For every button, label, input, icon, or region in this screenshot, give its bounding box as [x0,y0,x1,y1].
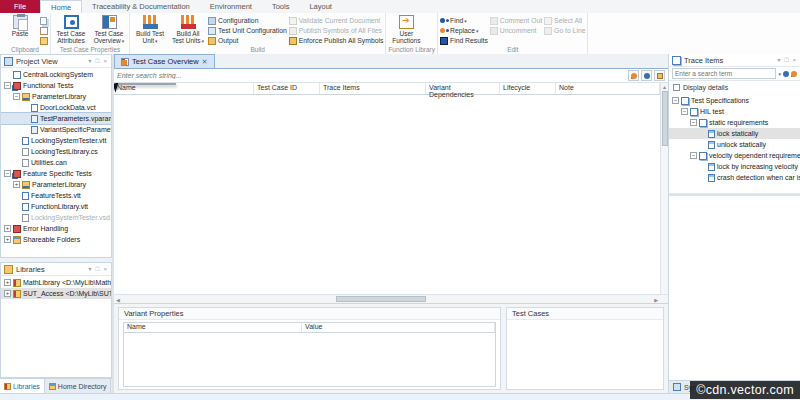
ribbon-tab-traceability-documentation[interactable]: Traceability & Documentation [82,0,200,13]
select-all-button[interactable]: Select All [544,16,585,25]
tree-item-label: HIL test [700,108,724,115]
ribbon-tab-tools[interactable]: Tools [262,0,300,13]
expand-icon[interactable]: + [4,236,11,243]
lib-icon [13,279,21,287]
tab-libraries[interactable]: Libraries [0,379,45,393]
panel-buttons[interactable]: ▾ ⏍ × [89,57,108,65]
tree-item[interactable]: −LockingTestLibrary.cs [1,146,111,157]
output-button[interactable]: Output [208,36,287,45]
col-test-case-id[interactable]: Test Case ID [254,83,320,94]
paste-button[interactable]: Paste [2,14,38,45]
test-case-attributes-button[interactable]: Test Case Attributes [53,14,89,45]
uncomment-button[interactable]: Uncomment [490,26,542,35]
search-up-icon[interactable] [791,71,797,77]
build-all-test-units-button[interactable]: Build All Test Units▾ [170,14,206,45]
expand-icon[interactable]: + [13,181,20,188]
find-results-button[interactable]: Find Results [440,36,488,45]
expand-icon[interactable]: + [4,290,11,297]
configuration-button[interactable]: Configuration [208,16,287,25]
test-unit-configuration-icon [208,27,216,35]
user-functions-button[interactable]: User Functions [388,14,424,45]
tree-item[interactable]: +SUT_Access <D:\MyLib\SUT_Ac... [1,288,111,299]
find-all-button[interactable] [641,70,652,81]
tree-item[interactable]: −unlock statically [669,139,800,150]
collapse-icon[interactable]: − [690,119,697,126]
col-variant-dependencies[interactable]: Variant Dependencies [426,83,500,94]
tree-item[interactable]: −lock statically [669,128,800,139]
tree-item[interactable]: +Error Handling [1,223,111,234]
tree-item[interactable]: −DoorLockData.vct [1,102,111,113]
publish-symbols-button[interactable]: Publish Symbols of All Files [289,26,384,35]
goto-line-button[interactable]: Go to Line [544,26,585,35]
tree-item-label: static requirements [709,119,768,126]
tree-item[interactable]: −ParameterLibrary [1,91,111,102]
search-input[interactable] [117,72,626,79]
tree-item[interactable]: +ParameterLibrary [1,179,111,190]
search-down-icon[interactable] [783,71,789,77]
test-unit-configuration-button[interactable]: Test Unit Configuration [208,26,287,35]
collapse-icon[interactable]: − [690,152,697,159]
collapse-icon[interactable]: − [13,93,20,100]
scrollbar-thumb[interactable] [662,91,668,146]
tree-item[interactable]: −crash detection when car is moving [669,172,800,183]
docb-icon [31,104,38,112]
col-variant-name[interactable]: Name [124,323,302,332]
tree-item[interactable]: −LockingSystemTester.vtt [1,135,111,146]
search-options-button[interactable] [654,70,665,81]
tree-item[interactable]: −VariantSpecificParameter... [1,124,111,135]
copy-button[interactable] [40,16,48,25]
col-variant-value[interactable]: Value [302,323,495,332]
tree-item[interactable]: −LockingSystemTester.vsd [1,212,111,223]
format-painter-button[interactable] [40,36,48,45]
tree-item[interactable]: −TestParameters.vparam [1,113,111,124]
ribbon-tab-file[interactable]: File [0,0,40,13]
tree-item[interactable]: −Test Specifications [669,95,800,106]
tab-test-case-overview[interactable]: Test Case Overview ✕ [114,54,215,68]
tree-item[interactable]: −Functional Tests [1,80,111,91]
ribbon-tab-environment[interactable]: Environment [200,0,262,13]
expand-icon[interactable]: + [4,279,11,286]
replace-button[interactable]: Replace▾ [440,26,488,35]
test-case-overview-button[interactable]: Test Case Overview▾ [91,14,127,45]
tree-item[interactable]: −FunctionLibrary.vtt [1,201,111,212]
display-details-checkbox[interactable] [673,84,680,91]
find-next-button[interactable] [628,70,639,81]
configuration-icon [208,17,216,25]
tree-item[interactable]: −Utilities.can [1,157,111,168]
ribbon-tab-home[interactable]: Home [40,0,82,13]
collapse-icon[interactable]: − [4,82,11,89]
collapse-icon[interactable]: − [681,108,688,115]
find-button[interactable]: Find▾ [440,16,488,25]
expand-icon[interactable]: + [4,225,11,232]
validate-current-document-button[interactable]: Validate Current Document [289,16,384,25]
collapse-icon[interactable]: − [672,97,679,104]
tree-item[interactable]: −Feature Specific Tests [1,168,111,179]
panel-buttons[interactable]: ▾ ⏍ × [89,265,108,273]
enforce-publish-button[interactable]: Enforce Publish All Symbols [289,36,384,45]
tab-home-directory[interactable]: Home Directory [45,379,112,393]
trace-search-input[interactable] [672,68,776,79]
vertical-scrollbar[interactable]: ▲ ▼ [660,83,668,303]
ribbon-tab-layout[interactable]: Layout [299,0,342,13]
build-test-unit-button[interactable]: Build Test Unit▾ [132,14,168,45]
tree-item[interactable]: −FeatureTests.vtt [1,190,111,201]
close-tab-icon[interactable]: ✕ [202,58,208,66]
comment-out-button[interactable]: Comment Out [490,16,542,25]
tree-item[interactable]: +MathLibrary <D:\MyLib\MathLibr... [1,277,111,288]
collapse-icon[interactable]: − [4,170,11,177]
tree-item[interactable]: +Shareable Folders [1,234,111,245]
col-note[interactable]: Note [556,83,660,94]
tree-item[interactable]: −velocity dependent requirements [669,150,800,161]
tree-item[interactable]: −static requirements [669,117,800,128]
col-lifecycle[interactable]: Lifecycle [500,83,556,94]
horizontal-scrollbar[interactable]: ◀ ▶ [114,294,668,303]
tree-item[interactable]: −HIL test [669,106,800,117]
tree-item[interactable]: −CentralLockingSystem [1,69,111,80]
scrollbar-thumb[interactable] [336,296,426,302]
chevron-down-icon[interactable]: ▾ [778,71,781,77]
search-options-icon [657,73,663,79]
tree-item[interactable]: −lock by increasing velocity [669,161,800,172]
panel-buttons[interactable]: ▾ ⏍ × [778,56,797,64]
cut-button[interactable] [40,26,48,35]
col-trace-items[interactable]: Trace Items [320,83,426,94]
